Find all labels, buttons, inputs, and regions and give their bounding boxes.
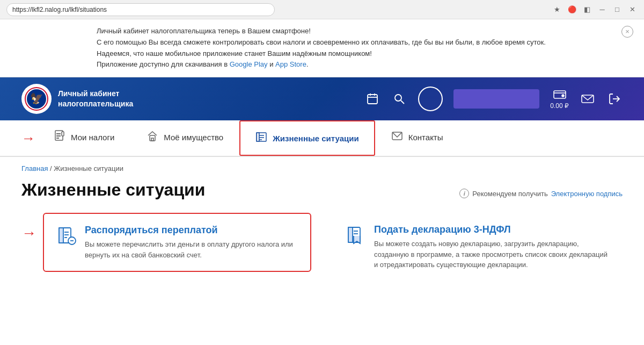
nav-active-wrapper: Жизненные ситуации [239, 120, 375, 156]
wallet-icon [553, 89, 566, 102]
url-bar[interactable]: https://lkfl2.nalog.ru/lkfl/situations [6, 3, 275, 16]
svg-rect-18 [62, 132, 64, 136]
extension-icon-1[interactable]: 🔴 [567, 4, 577, 15]
card-overpayment-title[interactable]: Распорядиться переплатой [85, 225, 297, 236]
notification-suffix: . [306, 60, 309, 68]
svg-rect-17 [56, 138, 59, 139]
extension-icon-2[interactable]: ◧ [582, 4, 592, 15]
electronic-signature-link[interactable]: Электронную подпись [551, 190, 623, 198]
header-icons: 0.00 ₽ [364, 87, 623, 111]
nav-label-my-taxes: Мои налоги [71, 133, 114, 142]
nav-item-my-taxes[interactable]: Мои налоги [38, 120, 130, 156]
notification-prefix: Приложение доступно для скачивания в [97, 60, 230, 68]
svg-text:🦅: 🦅 [30, 92, 43, 105]
breadcrumb-current: Жизненные ситуации [54, 164, 123, 172]
card-3ndfl-desc: Вы можете создать новую декларацию, загр… [374, 239, 609, 270]
nav-bar: → Мои налоги Моё имущество [0, 120, 644, 157]
svg-rect-28 [59, 228, 63, 243]
notification-line1: Личный кабинет налогоплательщика теперь … [97, 26, 612, 37]
logo-emblem: 🦅 [21, 84, 52, 114]
card-overpayment[interactable]: Распорядиться переплатой Вы можете переч… [43, 213, 311, 272]
breadcrumb-home[interactable]: Главная [21, 164, 48, 172]
balance-box[interactable]: 0.00 ₽ [550, 89, 569, 110]
my-property-icon [147, 130, 158, 145]
app-store-link[interactable]: App Store [275, 60, 306, 68]
svg-rect-20 [151, 138, 153, 141]
declaration-icon [346, 226, 365, 250]
breadcrumb-separator: / [48, 164, 54, 172]
nav-item-life-situations[interactable]: Жизненные ситуации [239, 120, 375, 156]
google-play-link[interactable]: Google Play [230, 60, 268, 68]
cards-container: → Распорядиться переплатой Вы мож [21, 213, 623, 282]
browser-chrome: https://lkfl2.nalog.ru/lkfl/situations ★… [0, 0, 644, 19]
card-overpayment-body: Распорядиться переплатой Вы можете переч… [85, 225, 297, 260]
balance-amount: 0.00 ₽ [550, 102, 569, 110]
card-3ndfl[interactable]: Подать декларацию 3-НДФЛ Вы можете созда… [333, 213, 623, 282]
card-1-wrapper: → Распорядиться переплатой Вы мож [21, 213, 311, 282]
page-content: Жизненные ситуации i Рекомендуем получит… [0, 176, 644, 303]
nav-red-arrow: → [21, 130, 35, 147]
overpayment-icon [57, 227, 76, 250]
notification-close-button[interactable]: × [621, 26, 633, 38]
card-overpayment-desc: Вы можете перечислить эти деньги в оплат… [85, 239, 297, 260]
card-3ndfl-body: Подать декларацию 3-НДФЛ Вы можете созда… [374, 224, 609, 270]
nav-label-life-situations: Жизненные ситуации [273, 134, 359, 143]
logout-icon[interactable] [606, 91, 623, 107]
maximize-icon[interactable]: □ [612, 4, 623, 15]
svg-rect-15 [56, 133, 61, 134]
recommend-box: i Рекомендуем получить Электронную подпи… [459, 180, 623, 198]
page-header: Жизненные ситуации i Рекомендуем получит… [21, 176, 623, 200]
avatar[interactable] [418, 87, 443, 111]
info-icon: i [459, 189, 469, 198]
notification-line4: Приложение доступно для скачивания в Goo… [97, 59, 612, 70]
bookmark-icon[interactable]: ★ [552, 4, 562, 15]
svg-rect-4 [368, 95, 377, 104]
header-logo: 🦅 Личный кабинет налогоплательщика [21, 84, 133, 114]
notification-line3: Надеемся, что наше мобильное приложение … [97, 48, 612, 60]
header: 🦅 Личный кабинет налогоплательщика [0, 77, 644, 120]
logo-line1: Личный кабинет [58, 89, 133, 99]
svg-rect-16 [56, 135, 61, 136]
notification-and: и [268, 60, 276, 68]
nav-label-my-property: Моё имущество [164, 133, 223, 142]
svg-rect-25 [257, 133, 259, 141]
my-taxes-icon [54, 130, 65, 145]
page-title: Жизненные ситуации [21, 180, 205, 200]
user-name-box[interactable] [453, 89, 539, 109]
minimize-icon[interactable]: ─ [597, 4, 608, 15]
breadcrumb: Главная / Жизненные ситуации [0, 157, 644, 176]
contacts-icon [391, 130, 403, 145]
coat-of-arms-icon: 🦅 [24, 86, 49, 112]
mail-icon[interactable] [580, 91, 596, 107]
notification-line2: С его помощью Вы всегда сможете контроли… [97, 37, 612, 48]
calendar-icon[interactable] [364, 91, 380, 107]
notification-bar: Личный кабинет налогоплательщика теперь … [0, 19, 644, 77]
card-left-arrow: → [21, 213, 43, 242]
nav-arrow-indicator: → [21, 120, 38, 156]
browser-icons: ★ 🔴 ◧ ─ □ ✕ [552, 4, 638, 15]
svg-line-9 [401, 100, 404, 104]
svg-point-8 [395, 95, 401, 101]
logo-line2: налогоплательщика [58, 99, 133, 110]
card-3ndfl-title[interactable]: Подать декларацию 3-НДФЛ [374, 224, 609, 235]
logo-text: Личный кабинет налогоплательщика [58, 89, 133, 110]
svg-rect-35 [348, 227, 353, 242]
close-window-icon[interactable]: ✕ [627, 4, 638, 15]
nav-label-contacts: Контакты [408, 133, 443, 142]
life-situations-icon [255, 131, 267, 146]
url-text: https://lkfl2.nalog.ru/lkfl/situations [12, 6, 107, 13]
search-icon[interactable] [391, 91, 407, 107]
nav-item-contacts[interactable]: Контакты [375, 120, 459, 156]
svg-point-11 [562, 95, 564, 97]
recommend-prefix: Рекомендуем получить [472, 190, 547, 198]
nav-item-my-property[interactable]: Моё имущество [130, 120, 239, 156]
